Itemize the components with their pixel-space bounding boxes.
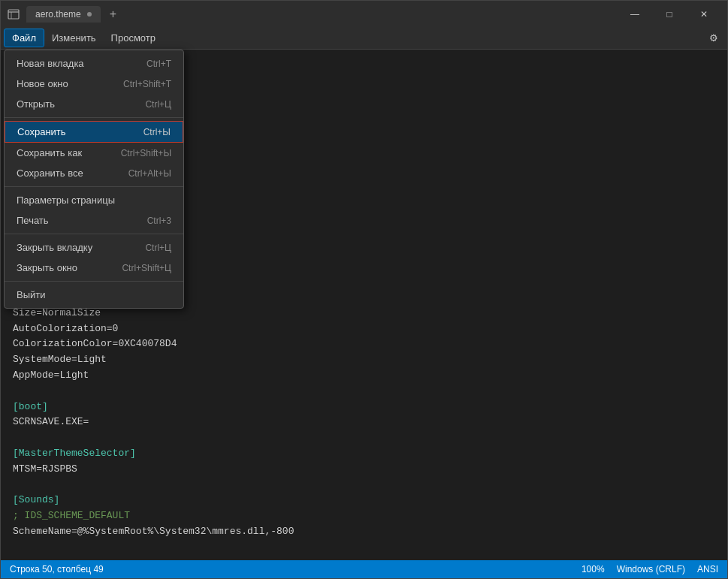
svg-rect-0 xyxy=(8,10,19,19)
maximize-button[interactable]: □ xyxy=(652,1,687,27)
code-line: [boot] xyxy=(13,400,715,415)
window-controls: — □ ✕ xyxy=(618,1,721,27)
menu-save[interactable]: Сохранить Ctrl+Ы xyxy=(5,121,183,143)
code-line: MTSM=RJSPBS xyxy=(13,462,715,478)
menu-file[interactable]: Файл xyxy=(4,29,44,47)
code-line xyxy=(13,430,715,446)
close-button[interactable]: ✕ xyxy=(687,1,721,27)
menu-new-window[interactable]: Новое окно Ctrl+Shift+T xyxy=(5,74,183,94)
separator-3 xyxy=(5,234,183,234)
code-line: SCRNSAVE.EXE= xyxy=(13,415,715,430)
code-line: ColorizationColor=0XC40078D4 xyxy=(13,336,715,352)
settings-gear-button[interactable]: ⚙ xyxy=(703,29,724,47)
menu-close-tab[interactable]: Закрыть вкладку Ctrl+Ц xyxy=(5,237,183,258)
titlebar: aero.theme + — □ ✕ xyxy=(1,1,727,27)
menu-save-all[interactable]: Сохранить все Ctrl+Alt+Ы xyxy=(5,163,183,183)
code-line: ; IDS_SCHEME_DEFAULT xyxy=(13,508,715,524)
tab-area: aero.theme + xyxy=(26,6,122,23)
menu-new-tab[interactable]: Новая вкладка Ctrl+T xyxy=(5,53,183,74)
code-line: [Sounds] xyxy=(13,493,715,508)
code-line xyxy=(13,384,715,400)
zoom-level: 100% xyxy=(581,564,605,574)
menu-edit[interactable]: Изменить xyxy=(44,29,104,47)
code-line: AppMode=Light xyxy=(13,368,715,384)
separator-2 xyxy=(5,186,183,187)
menubar: Файл Изменить Просмотр ⚙ Новая вкладка C… xyxy=(1,27,727,50)
separator-1 xyxy=(5,117,183,118)
menu-open[interactable]: Открыть Ctrl+Ц xyxy=(5,94,183,114)
statusbar-right: 100% Windows (CRLF) ANSI xyxy=(581,564,718,574)
menu-save-as[interactable]: Сохранить как Ctrl+Shift+Ы xyxy=(5,143,183,163)
separator-4 xyxy=(5,281,183,282)
file-dropdown-menu: Новая вкладка Ctrl+T Новое окно Ctrl+Shi… xyxy=(4,50,184,309)
app-icon xyxy=(7,8,20,21)
code-line: [MasterThemeSelector] xyxy=(13,446,715,462)
main-window: aero.theme + — □ ✕ Файл Изменить Просмот… xyxy=(0,0,728,579)
menu-view[interactable]: Просмотр xyxy=(104,29,163,47)
tab-modified-dot xyxy=(87,12,92,17)
tab-aero-theme[interactable]: aero.theme xyxy=(26,6,101,23)
tab-title: aero.theme xyxy=(35,9,81,20)
menu-print[interactable]: Печать Ctrl+3 xyxy=(5,210,183,231)
menu-close-window[interactable]: Закрыть окно Ctrl+Shift+Ц xyxy=(5,258,183,278)
code-line: AutoColorization=0 xyxy=(13,321,715,337)
new-tab-button[interactable]: + xyxy=(104,6,122,23)
code-line: SchemeName=@%SystemRoot%\System32\mmres.… xyxy=(13,524,715,540)
cursor-position: Строка 50, столбец 49 xyxy=(10,564,104,574)
line-ending: Windows (CRLF) xyxy=(617,564,685,574)
minimize-button[interactable]: — xyxy=(618,1,652,27)
menu-exit[interactable]: Выйти xyxy=(5,285,183,305)
code-line xyxy=(13,478,715,493)
menu-page-setup[interactable]: Параметры страницы xyxy=(5,190,183,210)
charset-encoding: ANSI xyxy=(697,564,718,574)
code-line: SystemMode=Light xyxy=(13,352,715,368)
statusbar: Строка 50, столбец 49 100% Windows (CRLF… xyxy=(1,560,727,578)
